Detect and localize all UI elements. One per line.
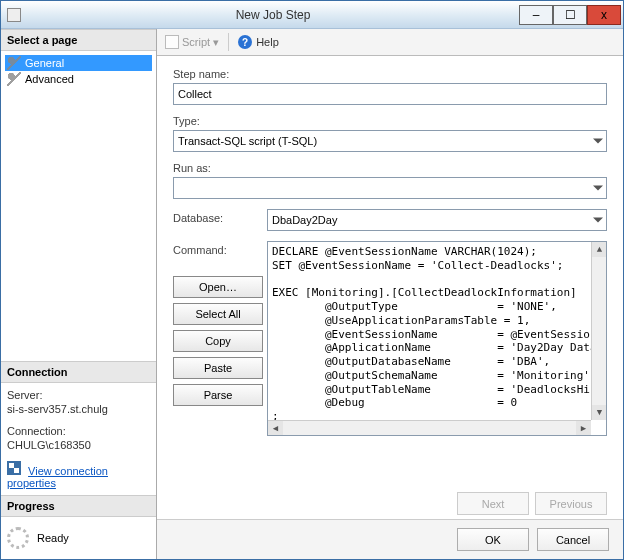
open-button[interactable]: Open… <box>173 276 263 298</box>
conn-value: CHULG\c168350 <box>7 439 150 451</box>
scrollbar-horizontal[interactable]: ◀ ▶ <box>268 420 591 435</box>
select-page-heading: Select a page <box>1 29 156 51</box>
select-all-button[interactable]: Select All <box>173 303 263 325</box>
cancel-button[interactable]: Cancel <box>537 528 609 551</box>
page-item-label: Advanced <box>25 73 74 85</box>
scroll-down-icon[interactable]: ▼ <box>592 405 607 420</box>
close-button[interactable]: x <box>587 5 621 25</box>
progress-status: Ready <box>37 532 69 544</box>
scrollbar-vertical[interactable]: ▲ ▼ <box>591 242 606 420</box>
script-button[interactable]: Script ▾ <box>165 35 219 49</box>
database-label: Database: <box>173 209 253 224</box>
titlebar[interactable]: New Job Step – ☐ x <box>1 1 623 29</box>
database-select[interactable] <box>267 209 607 231</box>
connection-heading: Connection <box>1 361 156 383</box>
nav-row: Next Previous <box>157 482 623 519</box>
window-title: New Job Step <box>27 8 519 22</box>
footer: OK Cancel <box>157 519 623 559</box>
previous-button[interactable]: Previous <box>535 492 607 515</box>
page-item-advanced[interactable]: Advanced <box>5 71 152 87</box>
toolbar: Script ▾ ? Help <box>157 29 623 56</box>
command-content[interactable]: DECLARE @EventSessionName VARCHAR(1024);… <box>268 242 591 420</box>
command-label: Command: <box>173 244 253 256</box>
maximize-button[interactable]: ☐ <box>553 5 587 25</box>
conn-label: Connection: <box>7 425 150 437</box>
server-value: si-s-serv357.st.chulg <box>7 403 150 415</box>
page-item-general[interactable]: General <box>5 55 152 71</box>
right-pane: Script ▾ ? Help Step name: Type: <box>157 29 623 559</box>
help-button[interactable]: ? Help <box>238 35 279 49</box>
type-label: Type: <box>173 115 607 127</box>
help-icon: ? <box>238 35 252 49</box>
form-area: Step name: Type: Run as: Databas <box>157 56 623 482</box>
left-pane: Select a page General Advanced Connectio… <box>1 29 157 559</box>
parse-button[interactable]: Parse <box>173 384 263 406</box>
chevron-down-icon: ▾ <box>213 36 219 49</box>
paste-button[interactable]: Paste <box>173 357 263 379</box>
app-icon <box>7 8 21 22</box>
connection-icon <box>7 461 21 475</box>
scroll-left-icon[interactable]: ◀ <box>268 421 283 436</box>
view-connection-properties-link[interactable]: View connection properties <box>7 465 108 489</box>
help-label: Help <box>256 36 279 48</box>
scroll-right-icon[interactable]: ▶ <box>576 421 591 436</box>
server-label: Server: <box>7 389 150 401</box>
separator <box>228 33 229 51</box>
page-item-label: General <box>25 57 64 69</box>
progress-spinner-icon <box>7 527 29 549</box>
progress-heading: Progress <box>1 495 156 517</box>
window-root: New Job Step – ☐ x Select a page General… <box>0 0 624 560</box>
type-select[interactable] <box>173 130 607 152</box>
runas-select[interactable] <box>173 177 607 199</box>
copy-button[interactable]: Copy <box>173 330 263 352</box>
wrench-icon <box>7 72 21 86</box>
ok-button[interactable]: OK <box>457 528 529 551</box>
minimize-button[interactable]: – <box>519 5 553 25</box>
wrench-icon <box>7 56 21 70</box>
script-label: Script <box>182 36 210 48</box>
step-name-label: Step name: <box>173 68 607 80</box>
scroll-up-icon[interactable]: ▲ <box>592 242 607 257</box>
command-textarea[interactable]: DECLARE @EventSessionName VARCHAR(1024);… <box>267 241 607 436</box>
runas-label: Run as: <box>173 162 607 174</box>
next-button[interactable]: Next <box>457 492 529 515</box>
script-icon <box>165 35 179 49</box>
step-name-input[interactable] <box>173 83 607 105</box>
